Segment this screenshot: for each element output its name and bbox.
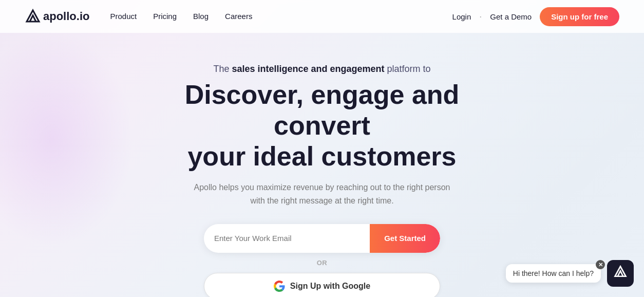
signup-free-button[interactable]: Sign up for free <box>540 7 619 26</box>
get-started-button[interactable]: Get Started <box>370 224 440 253</box>
chat-avatar-button[interactable] <box>607 260 634 287</box>
hero-description: Apollo helps you maximize revenue by rea… <box>188 181 456 207</box>
logo-icon <box>25 8 41 25</box>
email-input[interactable] <box>204 224 370 253</box>
google-signup-button[interactable]: Sign Up with Google <box>204 273 440 297</box>
nav-blog[interactable]: Blog <box>193 12 209 21</box>
logo-link[interactable]: apollo.io <box>25 8 89 25</box>
chat-avatar-icon <box>613 265 628 282</box>
google-signup-label: Sign Up with Google <box>290 282 370 291</box>
nav-careers[interactable]: Careers <box>225 12 252 21</box>
chat-bubble-text: Hi there! How can I help? <box>513 269 594 277</box>
google-icon <box>274 281 285 292</box>
chat-widget: Hi there! How can I help? ✕ <box>506 260 634 287</box>
demo-link[interactable]: Get a Demo <box>490 12 532 21</box>
email-row: Get Started <box>204 224 440 253</box>
nav-right: Login · Get a Demo Sign up for free <box>452 7 619 26</box>
hero-heading: Discover, engage and convert your ideal … <box>142 80 502 172</box>
login-link[interactable]: Login <box>452 12 471 21</box>
hero-subheading: The sales intelligence and engagement pl… <box>213 64 430 75</box>
chat-bubble: Hi there! How can I help? ✕ <box>506 264 601 283</box>
chat-close-button[interactable]: ✕ <box>596 260 605 269</box>
or-divider: OR <box>317 259 328 267</box>
nav-links: Product Pricing Blog Careers <box>110 12 252 21</box>
nav-separator: · <box>479 11 482 22</box>
nav-product[interactable]: Product <box>110 12 137 21</box>
logo-text: apollo.io <box>43 10 89 23</box>
navbar: apollo.io Product Pricing Blog Careers L… <box>0 0 644 33</box>
hero-section: The sales intelligence and engagement pl… <box>0 33 644 297</box>
nav-pricing[interactable]: Pricing <box>153 12 177 21</box>
